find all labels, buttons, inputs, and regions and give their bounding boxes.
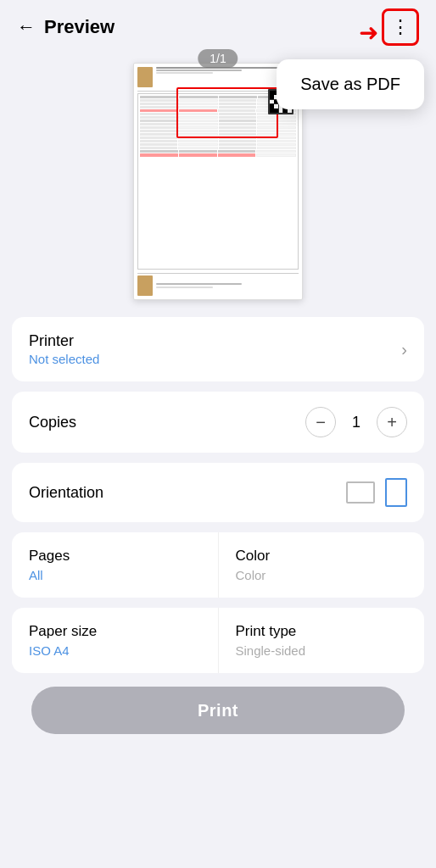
- doc-table-row: [140, 130, 296, 132]
- back-button[interactable]: ←: [17, 16, 36, 38]
- doc-cell: [257, 123, 296, 125]
- doc-cell: [140, 143, 177, 146]
- doc-footer: [137, 273, 299, 296]
- printer-card[interactable]: Printer Not selected ›: [12, 317, 424, 381]
- print-type-col[interactable]: Print type Single-sided: [219, 608, 425, 673]
- doc-cell: [179, 153, 217, 157]
- doc-cell: [178, 106, 217, 108]
- doc-cell: [219, 133, 256, 136]
- printer-label: Printer: [29, 332, 99, 350]
- doc-cell: [140, 116, 177, 119]
- color-col[interactable]: Color Color: [219, 532, 425, 598]
- doc-cell: [257, 133, 296, 136]
- doc-cell: [140, 150, 178, 153]
- doc-cell: [219, 126, 256, 129]
- doc-table-row: [140, 136, 296, 139]
- doc-cell: [178, 120, 217, 122]
- pages-col[interactable]: Pages All: [12, 532, 219, 598]
- orientation-label: Orientation: [29, 484, 103, 502]
- settings-container: Printer Not selected › Copies − 1 + Orie…: [0, 317, 436, 673]
- print-type-value: Single-sided: [236, 643, 408, 658]
- copies-plus-button[interactable]: +: [377, 407, 407, 437]
- doc-cell: [219, 99, 256, 102]
- papersize-printtype-card: Paper size ISO A4 Print type Single-side…: [12, 608, 424, 673]
- doc-cell: [178, 143, 217, 146]
- doc-cell: [140, 140, 177, 142]
- header: ← Preview ➜ ⋮: [0, 0, 436, 54]
- doc-table-row: [140, 150, 296, 153]
- printer-row: Printer Not selected ›: [29, 332, 407, 366]
- doc-cell: [219, 123, 256, 125]
- doc-cell: [140, 136, 177, 139]
- print-button[interactable]: Print: [31, 687, 405, 734]
- doc-footer-logo: [137, 275, 153, 296]
- doc-cell: [219, 116, 256, 119]
- doc-cell: [219, 147, 256, 149]
- orientation-row: Orientation: [29, 478, 407, 507]
- doc-cell: [178, 140, 217, 142]
- orientation-controls: [346, 478, 407, 507]
- orientation-card: Orientation: [12, 463, 424, 522]
- portrait-orientation-button[interactable]: [385, 478, 407, 507]
- copies-card: Copies − 1 +: [12, 392, 424, 453]
- doc-cell: [178, 147, 217, 149]
- color-value: Color: [236, 568, 408, 582]
- save-pdf-popup[interactable]: Save as PDF: [277, 59, 424, 109]
- doc-table-row: [140, 120, 296, 122]
- doc-table-row: [140, 147, 296, 149]
- pages-color-card: Pages All Color Color: [12, 532, 424, 598]
- doc-line: [156, 70, 242, 71]
- copies-count: 1: [348, 414, 365, 431]
- doc-cell: [218, 109, 256, 112]
- more-dots-icon: ⋮: [391, 18, 411, 36]
- doc-cell: [257, 130, 296, 132]
- copies-label: Copies: [29, 414, 76, 431]
- more-options-button[interactable]: ⋮: [382, 8, 419, 46]
- doc-cell: [219, 103, 256, 105]
- doc-cell: [218, 153, 256, 157]
- copies-controls: − 1 +: [305, 407, 407, 437]
- doc-cell: [219, 96, 257, 98]
- doc-cell: [218, 150, 256, 153]
- doc-table-row: [140, 126, 296, 129]
- doc-cell: [140, 106, 177, 108]
- doc-logo: [137, 67, 153, 87]
- doc-cell: [219, 136, 256, 139]
- doc-cell: [179, 96, 217, 98]
- doc-cell: [257, 120, 296, 122]
- doc-cell: [178, 113, 217, 115]
- doc-footer-lines: [156, 283, 299, 288]
- doc-cell: [219, 106, 256, 108]
- doc-cell: [140, 113, 177, 115]
- doc-cell: [178, 103, 217, 105]
- landscape-orientation-button[interactable]: [346, 481, 375, 504]
- doc-cell: [178, 133, 217, 136]
- doc-cell: [257, 136, 296, 139]
- doc-cell: [140, 133, 177, 136]
- doc-cell: [257, 116, 296, 119]
- doc-table-row: [140, 143, 296, 146]
- doc-cell: [140, 153, 178, 157]
- printer-value: Not selected: [29, 352, 99, 366]
- doc-cell: [219, 130, 256, 132]
- doc-cell: [257, 147, 296, 149]
- doc-cell: [178, 136, 217, 139]
- doc-cell: [140, 96, 178, 98]
- copies-minus-button[interactable]: −: [305, 407, 336, 437]
- doc-cell: [256, 153, 296, 157]
- paper-size-col[interactable]: Paper size ISO A4: [12, 608, 219, 673]
- doc-cell: [140, 103, 177, 105]
- paper-size-label: Paper size: [29, 623, 201, 640]
- color-label: Color: [236, 548, 408, 565]
- doc-table: [137, 93, 299, 270]
- doc-cell: [256, 150, 296, 153]
- doc-cell: [140, 123, 177, 125]
- doc-cell: [140, 130, 177, 132]
- doc-table-row: [140, 123, 296, 125]
- doc-cell: [179, 109, 217, 112]
- doc-cell: [257, 143, 296, 146]
- pages-label: Pages: [29, 548, 201, 565]
- page-indicator: 1/1: [198, 49, 238, 68]
- page-title: Preview: [44, 16, 115, 38]
- doc-table-row: [140, 133, 296, 136]
